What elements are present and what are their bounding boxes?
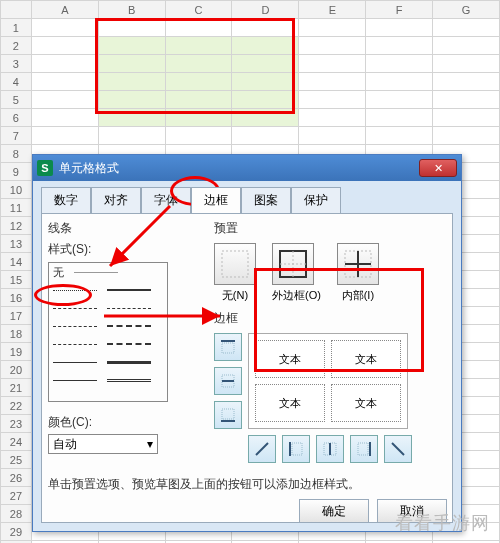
row-23[interactable]: 23 (1, 415, 32, 433)
border-preview[interactable]: 文本 文本 文本 文本 (248, 333, 408, 429)
close-button[interactable]: ✕ (419, 159, 457, 177)
cell[interactable] (98, 127, 165, 145)
cell[interactable] (433, 127, 500, 145)
cell[interactable] (98, 91, 165, 109)
col-F[interactable]: F (366, 1, 433, 19)
row-28[interactable]: 28 (1, 505, 32, 523)
cell[interactable] (366, 127, 433, 145)
cell[interactable] (299, 91, 366, 109)
cell[interactable] (433, 109, 500, 127)
border-bottom-button[interactable] (214, 401, 242, 429)
border-hmid-button[interactable] (214, 367, 242, 395)
color-select[interactable]: 自动 ▾ (48, 434, 158, 454)
dialog-titlebar[interactable]: S 单元格格式 ✕ (33, 155, 461, 181)
cell[interactable] (299, 55, 366, 73)
row-15[interactable]: 15 (1, 271, 32, 289)
cell[interactable] (31, 19, 98, 37)
cell[interactable] (433, 91, 500, 109)
row-27[interactable]: 27 (1, 487, 32, 505)
row-14[interactable]: 14 (1, 253, 32, 271)
border-diag-down-button[interactable] (384, 435, 412, 463)
row-2[interactable]: 2 (1, 37, 32, 55)
cell[interactable] (299, 109, 366, 127)
row-18[interactable]: 18 (1, 325, 32, 343)
tab-font[interactable]: 字体 (141, 187, 191, 213)
cell[interactable] (165, 37, 232, 55)
border-vmid-button[interactable] (316, 435, 344, 463)
cell[interactable] (299, 37, 366, 55)
cell[interactable] (165, 73, 232, 91)
col-G[interactable]: G (433, 1, 500, 19)
row-11[interactable]: 11 (1, 199, 32, 217)
cell[interactable] (232, 55, 299, 73)
cell[interactable] (31, 73, 98, 91)
cell[interactable] (165, 55, 232, 73)
row-9[interactable]: 9 (1, 163, 32, 181)
cell[interactable] (31, 91, 98, 109)
tab-align[interactable]: 对齐 (91, 187, 141, 213)
cell[interactable] (232, 19, 299, 37)
cell[interactable] (232, 127, 299, 145)
row-24[interactable]: 24 (1, 433, 32, 451)
cell[interactable] (232, 91, 299, 109)
cell[interactable] (31, 55, 98, 73)
cell[interactable] (366, 55, 433, 73)
row-16[interactable]: 16 (1, 289, 32, 307)
row-3[interactable]: 3 (1, 55, 32, 73)
col-B[interactable]: B (98, 1, 165, 19)
row-7[interactable]: 7 (1, 127, 32, 145)
preset-outline-button[interactable] (272, 243, 314, 285)
cell[interactable] (232, 73, 299, 91)
line-style-none[interactable]: 无 (53, 265, 64, 280)
cell[interactable] (98, 55, 165, 73)
row-10[interactable]: 10 (1, 181, 32, 199)
border-left-button[interactable] (282, 435, 310, 463)
border-diag-up-button[interactable] (248, 435, 276, 463)
tab-pattern[interactable]: 图案 (241, 187, 291, 213)
cell[interactable] (433, 55, 500, 73)
select-all-corner[interactable] (1, 1, 32, 19)
cell[interactable] (366, 91, 433, 109)
cell[interactable] (98, 109, 165, 127)
cell[interactable] (232, 109, 299, 127)
cell[interactable] (31, 37, 98, 55)
cell[interactable] (165, 127, 232, 145)
cell[interactable] (366, 19, 433, 37)
cell[interactable] (165, 91, 232, 109)
tab-number[interactable]: 数字 (41, 187, 91, 213)
cell[interactable] (299, 127, 366, 145)
cell[interactable] (433, 37, 500, 55)
border-right-button[interactable] (350, 435, 378, 463)
cell[interactable] (98, 73, 165, 91)
row-6[interactable]: 6 (1, 109, 32, 127)
cell[interactable] (98, 19, 165, 37)
tab-protect[interactable]: 保护 (291, 187, 341, 213)
cell[interactable] (433, 73, 500, 91)
row-17[interactable]: 17 (1, 307, 32, 325)
row-19[interactable]: 19 (1, 343, 32, 361)
cell[interactable] (366, 37, 433, 55)
cell[interactable] (366, 73, 433, 91)
cell[interactable] (366, 109, 433, 127)
border-top-button[interactable] (214, 333, 242, 361)
row-26[interactable]: 26 (1, 469, 32, 487)
preset-inside-button[interactable] (337, 243, 379, 285)
row-29[interactable]: 29 (1, 523, 32, 541)
row-1[interactable]: 1 (1, 19, 32, 37)
cell[interactable] (165, 19, 232, 37)
col-A[interactable]: A (31, 1, 98, 19)
row-20[interactable]: 20 (1, 361, 32, 379)
cell[interactable] (98, 37, 165, 55)
cell[interactable] (299, 73, 366, 91)
row-22[interactable]: 22 (1, 397, 32, 415)
row-13[interactable]: 13 (1, 235, 32, 253)
tab-border[interactable]: 边框 (191, 187, 241, 213)
cell[interactable] (232, 37, 299, 55)
row-21[interactable]: 21 (1, 379, 32, 397)
cell[interactable] (299, 19, 366, 37)
ok-button[interactable]: 确定 (299, 499, 369, 523)
col-D[interactable]: D (232, 1, 299, 19)
row-12[interactable]: 12 (1, 217, 32, 235)
cell[interactable] (165, 109, 232, 127)
row-5[interactable]: 5 (1, 91, 32, 109)
